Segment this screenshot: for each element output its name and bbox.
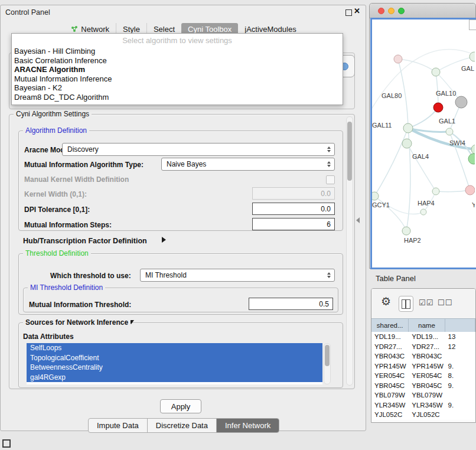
algorithm-option[interactable]: Bayesian - K2 [12,83,343,93]
node-label: GAL11 [372,122,392,129]
panel-divider-arrow[interactable] [356,217,360,223]
network-view-window: GAL80GAL10GAL11GAL1SWI4GAL4GCY1HAP4HAP2G… [369,3,476,269]
algorithm-option[interactable]: ARACNE Algorithm [12,65,343,74]
table-row[interactable]: YLR345WYLR345W9. [371,400,475,410]
network-node[interactable] [403,123,413,133]
algorithm-option[interactable]: Dream8 DC_TDC Algorithm [12,93,343,102]
close-traffic-light[interactable] [378,8,384,14]
network-node[interactable] [455,96,467,108]
network-edge[interactable] [408,107,438,128]
table-body: YDL19...YDL19...13YDR27...YDR27...12YBR0… [371,332,475,420]
table-cell: 9. [445,402,475,409]
network-edge[interactable] [436,190,470,192]
sources-group-title: Sources for Network Inference [23,318,131,327]
network-node[interactable] [432,68,440,76]
settings-scrollbar-thumb[interactable] [347,122,352,181]
network-node[interactable] [394,55,402,63]
attribute-item[interactable]: gal4RGexp [27,373,322,383]
minimized-panel-icon[interactable] [2,439,11,448]
attribute-item[interactable]: SelfLoops [27,343,322,353]
table-row[interactable]: YBR043CYBR043C [371,351,475,361]
tab-discretize-data[interactable]: Discretize Data [147,419,216,432]
attributes-scrollbar[interactable] [324,343,331,384]
node-label: SWI4 [449,139,465,146]
network-node[interactable] [402,227,410,235]
network-edge[interactable] [407,144,436,191]
table-row[interactable]: YDL19...YDL19...13 [371,332,475,342]
node-label: GAL80 [382,92,402,99]
tab-infer-network[interactable]: Infer Network [216,419,279,432]
which-threshold-label: Which threshold to use: [50,272,131,280]
node-label: GAL4 [412,153,429,160]
table-cell: 9. [445,382,475,389]
column-header[interactable]: name [409,319,445,332]
network-node[interactable] [420,209,426,215]
network-node[interactable] [432,188,439,195]
close-icon[interactable]: ✕ [354,6,360,15]
table-row[interactable]: YJL052CYJL052C [371,410,475,420]
settings-scrollbar[interactable] [346,116,353,386]
algorithm-dropdown-popup: Select algorithm to view settings Bayesi… [11,33,343,105]
dpi-tolerance-input[interactable]: 0.0 [252,203,335,215]
node-label: GCY1 [372,201,390,208]
table-cell: YDR27... [409,343,445,350]
table-row[interactable]: YPR145WYPR145W9. [371,361,475,371]
algorithm-option[interactable]: Basic Correlation Inference [12,56,343,66]
table-row[interactable]: YDR27...YDR27...12 [371,342,475,352]
tab-label: Network [81,25,109,34]
which-threshold-select[interactable]: MI Threshold [140,269,335,282]
network-node[interactable] [471,145,475,154]
table-row[interactable]: YBL079WYBL079W [371,390,475,400]
network-window-titlebar[interactable] [370,4,475,18]
column-header[interactable] [445,319,475,332]
manual-kernel-checkbox[interactable] [326,175,335,184]
node-label: HAP2 [404,237,421,244]
kernel-width-label: Kernel Width (0,1): [24,190,87,198]
network-node[interactable] [468,154,475,164]
mi-type-select[interactable]: Naive Bayes [161,158,335,171]
select-all-icon[interactable]: ☑☑ [419,298,433,307]
network-svg[interactable]: GAL80GAL10GAL11GAL1SWI4GAL4GCY1HAP4HAP2G… [372,19,475,268]
zoom-traffic-light[interactable] [398,8,405,14]
float-window-icon[interactable] [345,9,352,16]
apply-button[interactable]: Apply [160,399,201,413]
network-edge[interactable] [398,59,436,72]
attribute-item[interactable]: TopologicalCoefficient [27,353,322,363]
expand-right-icon[interactable] [162,237,166,243]
dpi-tolerance-value: 0.0 [321,205,331,213]
control-panel-window: Control Panel ✕ Network Style Select Cyn… [0,5,366,431]
table-cell: YBR045C [371,382,409,389]
tab-label: jActiveModules [244,25,296,34]
network-node[interactable] [372,192,379,200]
table-cell: YDR27... [371,343,409,350]
mi-steps-input[interactable]: 6 [252,218,335,230]
network-node[interactable] [465,185,475,195]
node-label: GAL1 [439,118,455,125]
attribute-item[interactable]: BetweennessCentrality [27,363,322,373]
tab-impute-data[interactable]: Impute Data [89,419,147,432]
attributes-scrollbar-thumb[interactable] [325,345,330,366]
network-canvas[interactable]: GAL80GAL10GAL11GAL1SWI4GAL4GCY1HAP4HAP2G… [370,18,476,269]
minimize-traffic-light[interactable] [388,8,395,14]
network-node[interactable] [402,139,412,148]
deselect-all-icon[interactable]: ☐☐ [438,298,452,307]
column-header[interactable]: shared... [371,319,409,332]
mi-steps-label: Mutual Information Steps: [24,221,112,229]
canvas-corner-widget[interactable] [469,19,476,30]
stepper-icon [327,161,331,167]
table-row[interactable]: YER054CYER054C8. [371,371,475,381]
algorithm-option[interactable]: Mutual Information Inference [12,74,343,84]
table-toolbar: ⚙ ☑☑ ☐☐ [371,289,475,318]
table-row[interactable]: YBR045CYBR045C9. [371,381,475,391]
stepper-icon [327,146,331,152]
apply-label: Apply [171,402,191,411]
algorithm-definition-title: Algorithm Definition [23,126,89,135]
network-edge[interactable] [374,128,408,196]
network-node[interactable] [446,128,453,135]
aracne-mode-select[interactable]: Discovery [62,143,335,156]
network-node[interactable] [433,103,443,112]
algorithm-option[interactable]: Bayesian - Hill Climbing [12,47,343,56]
mi-threshold-input[interactable]: 0.5 [249,298,333,310]
gear-icon[interactable]: ⚙ [381,295,391,308]
column-selector-button[interactable] [399,296,413,312]
